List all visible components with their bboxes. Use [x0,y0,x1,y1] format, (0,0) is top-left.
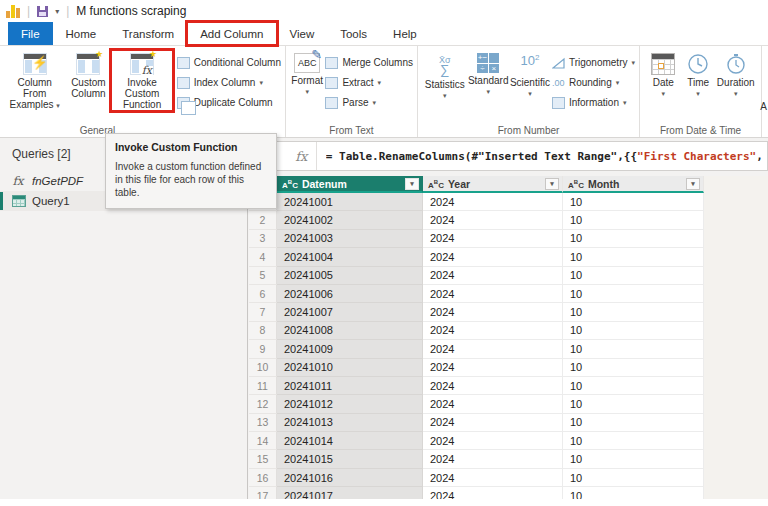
cell-datenum[interactable]: 20241009 [277,340,423,358]
cell-year[interactable]: 2024 [423,450,563,468]
cell-year[interactable]: 2024 [423,469,563,487]
cell-datenum[interactable]: 20241002 [277,211,423,229]
cell-year[interactable]: 2024 [423,303,563,321]
cell-month[interactable]: 10 [563,248,704,266]
cell-month[interactable]: 10 [563,432,704,450]
row-number[interactable]: 6 [249,285,277,303]
cell-month[interactable]: 10 [563,303,704,321]
cell-year[interactable]: 2024 [423,359,563,377]
cell-year[interactable]: 2024 [423,285,563,303]
cell-datenum[interactable]: 20241006 [277,285,423,303]
format-button[interactable]: ABC✎ Format ▾ [291,51,323,95]
filter-dropdown-button[interactable]: ▾ [405,178,419,190]
cell-year[interactable]: 2024 [423,340,563,358]
row-number[interactable]: 16 [249,469,277,487]
custom-column-button[interactable]: ★ Custom Column [64,51,112,99]
extract-button[interactable]: Extract ▾ [325,74,413,91]
cell-month[interactable]: 10 [563,340,704,358]
row-number[interactable]: 12 [249,395,277,413]
cell-year[interactable]: 2024 [423,322,563,340]
save-icon[interactable] [37,6,48,17]
cell-datenum[interactable]: 20241007 [277,303,423,321]
cell-year[interactable]: 2024 [423,414,563,432]
tab-view[interactable]: View [277,22,328,45]
cell-month[interactable]: 10 [563,267,704,285]
cell-month[interactable]: 10 [563,377,704,395]
cell-datenum[interactable]: 20241004 [277,248,423,266]
quick-access-caret-icon[interactable]: ▾ [55,7,59,16]
cell-month[interactable]: 10 [563,193,704,211]
cell-datenum[interactable]: 20241003 [277,230,423,248]
cell-datenum[interactable]: 20241001 [277,193,423,211]
row-number[interactable]: 8 [249,322,277,340]
row-number[interactable]: 4 [249,248,277,266]
cell-year[interactable]: 2024 [423,395,563,413]
cell-year[interactable]: 2024 [423,248,563,266]
cell-year[interactable]: 2024 [423,377,563,395]
filter-dropdown-button[interactable]: ▾ [686,178,700,190]
cell-datenum[interactable]: 20241011 [277,377,423,395]
trigonometry-button[interactable]: Trigonometry ▾ [552,54,635,71]
cell-datenum[interactable]: 20241016 [277,469,423,487]
column-header-year[interactable]: ABCYear▾ [423,176,563,193]
row-number[interactable]: 10 [249,359,277,377]
cell-year[interactable]: 2024 [423,193,563,211]
cell-datenum[interactable]: 20241013 [277,414,423,432]
row-number[interactable]: 7 [249,303,277,321]
column-header-datenum[interactable]: ABCDatenum▾ [277,176,423,193]
tab-file[interactable]: File [8,22,53,45]
tab-add-column[interactable]: Add Column [187,22,276,45]
cell-month[interactable]: 10 [563,322,704,340]
scientific-button[interactable]: 102 Scientific ▾ [510,51,550,97]
cell-year[interactable]: 2024 [423,211,563,229]
row-number[interactable]: 13 [249,414,277,432]
tab-help[interactable]: Help [380,22,430,45]
duration-button[interactable]: Duration ▾ [715,51,757,97]
cell-month[interactable]: 10 [563,230,704,248]
duplicate-column-button[interactable]: Duplicate Column [177,94,281,111]
column-from-examples-button[interactable]: ⚡ Column From Examples ▾ [5,51,64,110]
standard-button[interactable]: +− ÷× Standard ▾ [466,51,509,95]
cell-datenum[interactable]: 20241005 [277,267,423,285]
formula-input[interactable]: = Table.RenameColumns(#"Inserted Text Ra… [326,150,767,163]
index-column-button[interactable]: Index Column ▾ [177,74,281,91]
merge-columns-button[interactable]: Merge Columns [325,54,413,71]
tab-transform[interactable]: Transform [109,22,187,45]
tab-tools[interactable]: Tools [327,22,380,45]
cell-month[interactable]: 10 [563,211,704,229]
column-header-month[interactable]: ABCMonth▾ [563,176,704,193]
cell-year[interactable]: 2024 [423,432,563,450]
row-number[interactable]: 15 [249,450,277,468]
cell-month[interactable]: 10 [563,469,704,487]
statistics-button[interactable]: X̄σ∑ Statistics ▾ [423,51,466,99]
cell-datenum[interactable]: 20241014 [277,432,423,450]
cell-datenum[interactable]: 20241008 [277,322,423,340]
row-number[interactable]: 11 [249,377,277,395]
row-number[interactable]: 2 [249,211,277,229]
cell-month[interactable]: 10 [563,359,704,377]
filter-dropdown-button[interactable]: ▾ [545,178,559,190]
cell-month[interactable]: 10 [563,395,704,413]
parse-button[interactable]: Parse ▾ [325,94,413,111]
row-number[interactable]: 14 [249,432,277,450]
cell-year[interactable]: 2024 [423,230,563,248]
conditional-column-button[interactable]: Conditional Column [177,54,281,71]
information-button[interactable]: Information ▾ [552,94,635,111]
row-number[interactable]: 5 [249,267,277,285]
cell-datenum[interactable]: 20241012 [277,395,423,413]
tab-home[interactable]: Home [53,22,110,45]
row-number[interactable]: 9 [249,340,277,358]
rounding-button[interactable]: .00 Rounding ▾ [552,74,635,91]
invoke-custom-function-button[interactable]: ★fx Invoke Custom Function [112,51,171,110]
tooltip-body: Invoke a custom function defined in this… [115,160,267,199]
cell-year[interactable]: 2024 [423,267,563,285]
cell-month[interactable]: 10 [563,285,704,303]
row-number[interactable]: 3 [249,230,277,248]
date-button[interactable]: Date ▾ [645,51,682,97]
cell-datenum[interactable]: 20241010 [277,359,423,377]
cell-datenum[interactable]: 20241015 [277,450,423,468]
time-button[interactable]: Time ▾ [682,51,715,97]
cell-month[interactable]: 10 [563,414,704,432]
cell-month[interactable]: 10 [563,450,704,468]
formula-bar[interactable]: ✓ fx = Table.RenameColumns(#"Inserted Te… [253,141,768,171]
